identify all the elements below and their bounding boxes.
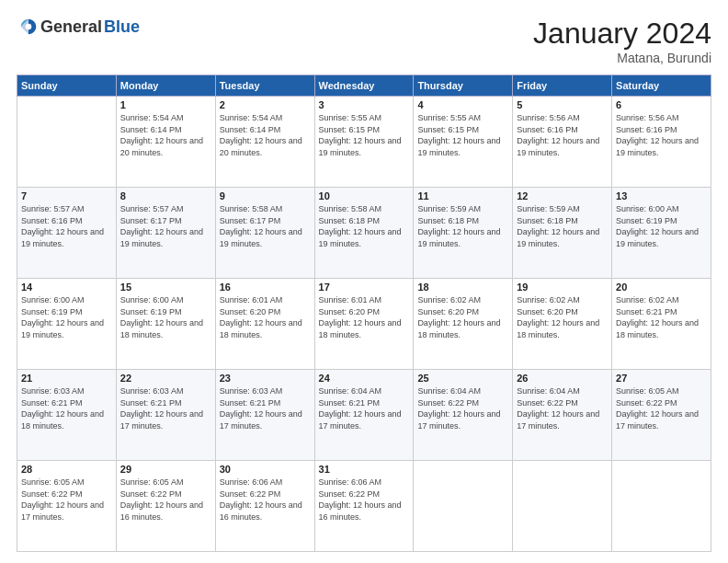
sunrise-text: Sunrise: 5:57 AM [21, 203, 112, 215]
day-number: 21 [21, 373, 112, 384]
day-info: Sunrise: 5:59 AM Sunset: 6:18 PM Dayligh… [517, 203, 608, 249]
calendar-cell: 14 Sunrise: 6:00 AM Sunset: 6:19 PM Dayl… [17, 279, 117, 370]
calendar-cell: 10 Sunrise: 5:58 AM Sunset: 6:18 PM Dayl… [314, 188, 414, 279]
sunrise-text: Sunrise: 6:05 AM [616, 385, 707, 397]
sunrise-text: Sunrise: 5:55 AM [417, 112, 508, 124]
sunset-text: Sunset: 6:20 PM [220, 306, 311, 318]
calendar-cell: 31 Sunrise: 6:06 AM Sunset: 6:22 PM Dayl… [314, 461, 414, 552]
day-number: 25 [417, 373, 508, 384]
logo-icon [18, 17, 39, 37]
location: Matana, Burundi [533, 51, 711, 65]
sunset-text: Sunset: 6:22 PM [319, 488, 410, 500]
day-info: Sunrise: 6:01 AM Sunset: 6:20 PM Dayligh… [319, 294, 410, 340]
sunrise-text: Sunrise: 6:04 AM [417, 385, 508, 397]
sunset-text: Sunset: 6:20 PM [417, 306, 508, 318]
day-info: Sunrise: 6:06 AM Sunset: 6:22 PM Dayligh… [220, 477, 311, 523]
sunset-text: Sunset: 6:22 PM [220, 488, 311, 500]
sunset-text: Sunset: 6:17 PM [220, 215, 311, 227]
sunrise-text: Sunrise: 5:55 AM [319, 112, 410, 124]
calendar: SundayMondayTuesdayWednesdayThursdayFrid… [17, 75, 711, 552]
day-info: Sunrise: 6:00 AM Sunset: 6:19 PM Dayligh… [616, 203, 707, 249]
day-number: 15 [120, 282, 211, 293]
day-info: Sunrise: 5:54 AM Sunset: 6:14 PM Dayligh… [220, 112, 311, 158]
sunrise-text: Sunrise: 6:03 AM [21, 385, 112, 397]
day-info: Sunrise: 5:57 AM Sunset: 6:17 PM Dayligh… [120, 203, 211, 249]
daylight-text: Daylight: 12 hours and 19 minutes. [120, 226, 211, 249]
month-title: January 2024 [533, 17, 711, 51]
calendar-cell: 29 Sunrise: 6:05 AM Sunset: 6:22 PM Dayl… [116, 461, 215, 552]
daylight-text: Daylight: 12 hours and 19 minutes. [220, 226, 311, 249]
day-number: 7 [21, 190, 112, 201]
sunrise-text: Sunrise: 5:54 AM [220, 112, 311, 124]
day-info: Sunrise: 6:02 AM Sunset: 6:20 PM Dayligh… [417, 294, 508, 340]
sunset-text: Sunset: 6:19 PM [616, 215, 707, 227]
calendar-cell [612, 461, 711, 552]
sunrise-text: Sunrise: 5:54 AM [120, 112, 211, 124]
calendar-cell: 6 Sunrise: 5:56 AM Sunset: 6:16 PM Dayli… [612, 97, 711, 188]
day-number: 11 [417, 190, 508, 201]
day-number: 27 [616, 373, 707, 384]
daylight-text: Daylight: 12 hours and 18 minutes. [220, 317, 311, 340]
day-number: 18 [417, 282, 508, 293]
day-info: Sunrise: 5:57 AM Sunset: 6:16 PM Dayligh… [21, 203, 112, 249]
calendar-cell: 22 Sunrise: 6:03 AM Sunset: 6:21 PM Dayl… [116, 370, 215, 461]
sunrise-text: Sunrise: 6:06 AM [319, 477, 410, 488]
sunset-text: Sunset: 6:21 PM [616, 306, 707, 318]
sunrise-text: Sunrise: 6:05 AM [21, 477, 112, 488]
sunset-text: Sunset: 6:18 PM [417, 215, 508, 227]
sunset-text: Sunset: 6:16 PM [616, 124, 707, 136]
day-number: 16 [220, 282, 311, 293]
daylight-text: Daylight: 12 hours and 20 minutes. [120, 135, 211, 158]
day-info: Sunrise: 6:05 AM Sunset: 6:22 PM Dayligh… [21, 477, 112, 523]
sunset-text: Sunset: 6:14 PM [220, 124, 311, 136]
daylight-text: Daylight: 12 hours and 19 minutes. [517, 135, 608, 158]
daylight-text: Daylight: 12 hours and 18 minutes. [319, 317, 410, 340]
calendar-cell: 19 Sunrise: 6:02 AM Sunset: 6:20 PM Dayl… [513, 279, 612, 370]
calendar-cell: 27 Sunrise: 6:05 AM Sunset: 6:22 PM Dayl… [612, 370, 711, 461]
day-info: Sunrise: 6:00 AM Sunset: 6:19 PM Dayligh… [120, 294, 211, 340]
day-number: 3 [319, 99, 410, 110]
daylight-text: Daylight: 12 hours and 19 minutes. [21, 317, 112, 340]
calendar-cell: 4 Sunrise: 5:55 AM Sunset: 6:15 PM Dayli… [414, 97, 513, 188]
daylight-text: Daylight: 12 hours and 19 minutes. [616, 135, 707, 158]
day-info: Sunrise: 6:00 AM Sunset: 6:19 PM Dayligh… [21, 294, 112, 340]
sunrise-text: Sunrise: 5:57 AM [120, 203, 211, 215]
sunset-text: Sunset: 6:15 PM [417, 124, 508, 136]
day-info: Sunrise: 5:56 AM Sunset: 6:16 PM Dayligh… [517, 112, 608, 158]
calendar-cell: 26 Sunrise: 6:04 AM Sunset: 6:22 PM Dayl… [513, 370, 612, 461]
day-info: Sunrise: 6:06 AM Sunset: 6:22 PM Dayligh… [319, 477, 410, 523]
title-area: January 2024 Matana, Burundi [533, 17, 711, 65]
day-info: Sunrise: 6:04 AM Sunset: 6:21 PM Dayligh… [319, 385, 410, 431]
day-info: Sunrise: 6:04 AM Sunset: 6:22 PM Dayligh… [417, 385, 508, 431]
logo-blue-text: Blue [104, 17, 140, 37]
daylight-text: Daylight: 12 hours and 16 minutes. [319, 500, 410, 523]
calendar-cell [17, 97, 117, 188]
weekday-header-sunday: Sunday [17, 75, 117, 97]
weekday-header-saturday: Saturday [612, 75, 711, 97]
logo: General Blue [17, 17, 140, 37]
day-info: Sunrise: 6:05 AM Sunset: 6:22 PM Dayligh… [616, 385, 707, 431]
day-info: Sunrise: 5:55 AM Sunset: 6:15 PM Dayligh… [319, 112, 410, 158]
day-number: 14 [21, 282, 112, 293]
calendar-cell: 17 Sunrise: 6:01 AM Sunset: 6:20 PM Dayl… [314, 279, 414, 370]
sunset-text: Sunset: 6:22 PM [120, 488, 211, 500]
calendar-cell: 20 Sunrise: 6:02 AM Sunset: 6:21 PM Dayl… [612, 279, 711, 370]
sunrise-text: Sunrise: 6:01 AM [220, 294, 311, 306]
sunrise-text: Sunrise: 5:56 AM [517, 112, 608, 124]
day-info: Sunrise: 5:58 AM Sunset: 6:17 PM Dayligh… [220, 203, 311, 249]
sunrise-text: Sunrise: 6:04 AM [517, 385, 608, 397]
sunrise-text: Sunrise: 6:05 AM [120, 477, 211, 488]
daylight-text: Daylight: 12 hours and 18 minutes. [417, 317, 508, 340]
day-info: Sunrise: 6:03 AM Sunset: 6:21 PM Dayligh… [21, 385, 112, 431]
sunrise-text: Sunrise: 6:03 AM [220, 385, 311, 397]
sunset-text: Sunset: 6:22 PM [417, 397, 508, 409]
day-number: 29 [120, 464, 211, 475]
calendar-cell [513, 461, 612, 552]
calendar-cell: 8 Sunrise: 5:57 AM Sunset: 6:17 PM Dayli… [116, 188, 215, 279]
sunrise-text: Sunrise: 5:58 AM [220, 203, 311, 215]
daylight-text: Daylight: 12 hours and 18 minutes. [517, 317, 608, 340]
sunrise-text: Sunrise: 5:58 AM [319, 203, 410, 215]
day-info: Sunrise: 5:59 AM Sunset: 6:18 PM Dayligh… [417, 203, 508, 249]
sunrise-text: Sunrise: 5:59 AM [417, 203, 508, 215]
page: General Blue January 2024 Matana, Burund… [0, 0, 728, 563]
